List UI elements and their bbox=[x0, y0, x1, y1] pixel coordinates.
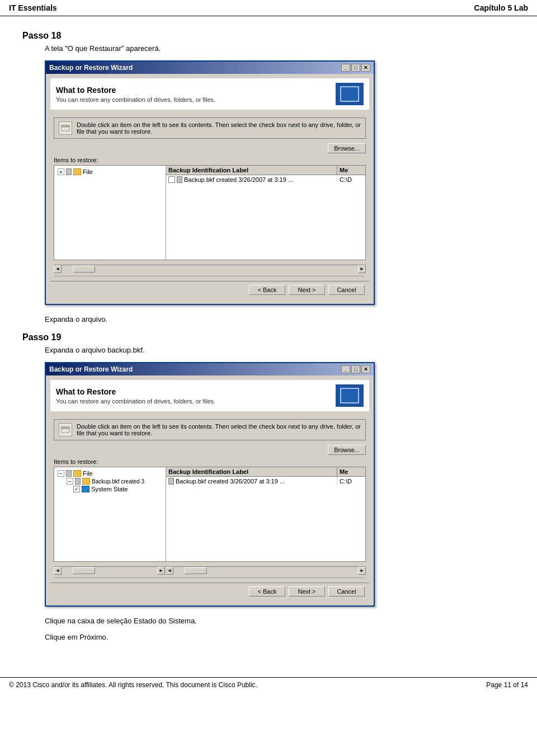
folder-icon-3 bbox=[82, 478, 90, 485]
wizard2-info-box: Double click an item on the left to see … bbox=[54, 419, 366, 440]
wizard2-footer: < Back Next > Cancel bbox=[50, 583, 369, 601]
scrollbar-track-3[interactable] bbox=[173, 567, 358, 574]
wizard1-header: What to Restore You can restore any comb… bbox=[50, 78, 369, 110]
system-state-checkbox[interactable] bbox=[73, 486, 80, 492]
close-button-2[interactable]: ✕ bbox=[361, 365, 370, 373]
scroll-thumb[interactable] bbox=[73, 266, 95, 273]
scrollbar-track-2[interactable] bbox=[62, 567, 157, 574]
expand-icon-3[interactable]: − bbox=[67, 478, 73, 485]
passo18-section: Passo 18 A tela "O que Restaurar" aparec… bbox=[22, 31, 515, 323]
wizard2-section-title: What to Restore bbox=[56, 387, 215, 396]
wizard2-browse-area: Browse... bbox=[54, 445, 366, 455]
scroll-thumb-3[interactable] bbox=[185, 567, 207, 574]
wizard1-scrollbar-h[interactable]: ◄ ► bbox=[54, 265, 366, 273]
wizard2-body: What to Restore You can restore any comb… bbox=[46, 375, 374, 605]
scroll-left-2[interactable]: ◄ bbox=[54, 567, 62, 575]
scroll-thumb-2[interactable] bbox=[73, 567, 95, 574]
back-button-2[interactable]: < Back bbox=[249, 586, 285, 597]
wizard2-window: Backup or Restore Wizard _ □ ✕ What to R… bbox=[45, 362, 375, 607]
footer-copyright: © 2013 Cisco and/or its affiliates. All … bbox=[9, 681, 257, 689]
scroll-left-arrow[interactable]: ◄ bbox=[54, 265, 62, 273]
right-table-header-2: Backup Identification Label Me bbox=[166, 467, 365, 477]
scroll-right-2[interactable]: ► bbox=[157, 567, 165, 575]
wizard2-scrollbar-left[interactable]: ◄ ► bbox=[54, 566, 166, 574]
right-cell1: Backup.bkf created 3/26/2007 at 3:19 ... bbox=[166, 176, 337, 184]
footer-page: Page 11 of 14 bbox=[486, 681, 528, 689]
wizard1-info-box: Double click an item on the left to see … bbox=[54, 118, 366, 139]
wizard2-header: What to Restore You can restore any comb… bbox=[50, 380, 369, 411]
wizard1-separator bbox=[55, 276, 365, 276]
svg-rect-1 bbox=[62, 125, 69, 127]
page-header: IT Essentials Capítulo 5 Lab bbox=[0, 0, 537, 16]
expand-icon[interactable]: + bbox=[58, 168, 64, 175]
lock-icon-3 bbox=[75, 478, 81, 485]
wizard1-icon bbox=[336, 83, 364, 105]
tree-row-backup: − Backup.bkf created 3 bbox=[65, 477, 163, 485]
passo19-title: Passo 19 bbox=[22, 332, 515, 342]
row-lock-icon-2 bbox=[168, 478, 174, 485]
expand-icon-2[interactable]: − bbox=[58, 470, 64, 477]
folder-icon bbox=[73, 168, 81, 175]
col1-header-2: Backup Identification Label bbox=[166, 467, 337, 476]
page-content: Passo 18 A tela "O que Restaurar" aparec… bbox=[0, 25, 537, 660]
browse-button[interactable]: Browse... bbox=[328, 143, 366, 153]
info-icon-2 bbox=[59, 423, 72, 436]
right-cell1-2: Backup.bkf created 3/26/2007 at 3:19 ... bbox=[166, 477, 337, 485]
wizard2-items-label: Items to restore: bbox=[54, 458, 366, 465]
wizard1-title: Backup or Restore Wizard bbox=[49, 64, 133, 72]
header-right: Capítulo 5 Lab bbox=[474, 3, 528, 12]
wizard2-header-text: What to Restore You can restore any comb… bbox=[56, 387, 215, 405]
back-button[interactable]: < Back bbox=[249, 285, 285, 295]
minimize-button-2[interactable]: _ bbox=[341, 365, 350, 373]
browse-button-2[interactable]: Browse... bbox=[328, 445, 366, 455]
wizard1-titlebar: Backup or Restore Wizard _ □ ✕ bbox=[46, 62, 374, 74]
wizard2-titlebar: Backup or Restore Wizard _ □ ✕ bbox=[46, 363, 374, 375]
passo19-step2: Clique em Próximo. bbox=[45, 633, 515, 641]
wizard1-tree-left: + File bbox=[54, 166, 166, 260]
wizard2-content: Double click an item on the left to see … bbox=[50, 416, 369, 577]
cancel-button[interactable]: Cancel bbox=[328, 285, 365, 295]
tree-row-system: System State bbox=[72, 485, 163, 493]
wizard1-tree-area: + File Backup Identification Label Me bbox=[54, 165, 366, 260]
tree-label-system: System State bbox=[91, 486, 128, 492]
cancel-button-2[interactable]: Cancel bbox=[328, 586, 365, 597]
right-table-header: Backup Identification Label Me bbox=[166, 166, 365, 175]
wizard1-window: Backup or Restore Wizard _ □ ✕ What to R… bbox=[45, 60, 375, 305]
wizard2-separator bbox=[55, 577, 365, 578]
tree-row-file: + File bbox=[56, 168, 163, 176]
row-label: Backup.bkf created 3/26/2007 at 3:19 ... bbox=[184, 176, 293, 183]
wizard2-icon bbox=[336, 384, 364, 407]
wizard2-scrollbar-right[interactable]: ◄ ► bbox=[166, 566, 366, 574]
svg-rect-3 bbox=[62, 427, 69, 429]
passo18-title: Passo 18 bbox=[22, 31, 515, 41]
folder-icon-2 bbox=[73, 470, 81, 477]
maximize-button[interactable]: □ bbox=[351, 64, 360, 72]
scroll-left-3[interactable]: ◄ bbox=[166, 567, 173, 575]
scroll-right-arrow[interactable]: ► bbox=[358, 265, 366, 273]
wizard1-titlebar-buttons: _ □ ✕ bbox=[341, 64, 370, 72]
maximize-button-2[interactable]: □ bbox=[351, 365, 360, 373]
wizard1-browse-area: Browse... bbox=[54, 143, 366, 153]
scrollbar-track[interactable] bbox=[62, 265, 358, 273]
header-left: IT Essentials bbox=[9, 3, 57, 12]
close-button[interactable]: ✕ bbox=[361, 64, 370, 72]
scroll-right-3[interactable]: ► bbox=[358, 567, 366, 575]
row-checkbox[interactable] bbox=[168, 176, 175, 183]
wizard2-scrollbars: ◄ ► ◄ ► bbox=[54, 566, 366, 574]
col2-header-2: Me bbox=[337, 467, 365, 476]
passo19-subtitle: Expanda o arquivo backup.bkf. bbox=[45, 346, 515, 354]
minimize-button[interactable]: _ bbox=[341, 64, 350, 72]
col2-header: Me bbox=[337, 166, 365, 175]
passo19-step1: Clique na caixa de seleção Estado do Sis… bbox=[45, 617, 515, 625]
wizard1-footer: < Back Next > Cancel bbox=[50, 281, 369, 299]
next-button-2[interactable]: Next > bbox=[289, 586, 325, 597]
wizard1-content: Double click an item on the left to see … bbox=[50, 114, 369, 276]
right-table-row1-2: Backup.bkf created 3/26/2007 at 3:19 ...… bbox=[166, 477, 365, 486]
next-button[interactable]: Next > bbox=[289, 285, 325, 295]
passo19-section: Passo 19 Expanda o arquivo backup.bkf. B… bbox=[22, 332, 515, 641]
info-icon bbox=[59, 121, 72, 135]
wizard2-section-desc: You can restore any combination of drive… bbox=[56, 398, 215, 405]
wizard1-section-desc: You can restore any combination of drive… bbox=[56, 96, 215, 103]
wizard1-section-title: What to Restore bbox=[56, 86, 215, 95]
system-icon bbox=[82, 486, 90, 492]
